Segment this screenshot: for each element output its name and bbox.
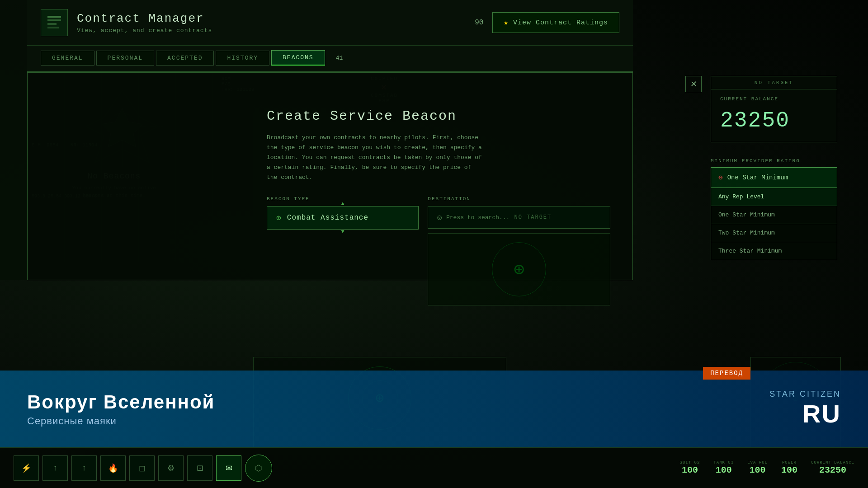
panel-icon — [41, 9, 68, 36]
sc-label: STAR CITIZEN — [769, 389, 841, 399]
destination-icon: ◎ — [437, 213, 442, 222]
suit-stat: SUIT 02 100 — [680, 460, 700, 475]
rating-dropdown-list: Any Rep Level One Star Minimum Two Star … — [711, 188, 837, 260]
map-circle: ⊕ — [492, 242, 546, 296]
suit-value: 100 — [680, 465, 700, 475]
svg-rect-5 — [47, 23, 57, 25]
power-value: 100 — [781, 465, 797, 475]
selected-rating-label: One Star Minimum — [727, 174, 788, 181]
svg-rect-3 — [47, 16, 61, 18]
hud-btn-1[interactable]: ⚡ — [14, 455, 39, 481]
rating-panel-label: MINIMUM PROVIDER RATING — [711, 158, 837, 164]
tab-general[interactable]: GENERAL — [41, 51, 94, 66]
rating-minus-icon: ⊖ — [718, 173, 723, 182]
beacon-modal-title: Create Service Beacon — [267, 108, 610, 124]
beacon-modal: Create Service Beacon Broadcast your own… — [253, 95, 624, 285]
balance-hud-label: CURRENT BALANCE — [811, 460, 854, 465]
star-citizen-logo: STAR CITIZEN RU — [769, 389, 841, 428]
no-target-label: NO TARGET — [711, 76, 837, 89]
rating-option-one-star[interactable]: One Star Minimum — [711, 206, 837, 224]
hud-btn-9[interactable]: ⬡ — [245, 455, 272, 482]
destination-label: DESTINATION — [428, 196, 610, 202]
rating-selected[interactable]: ⊖ One Star Minimum — [711, 167, 837, 188]
ru-text-block: Вокруг Вселенной Сервисные маяки — [27, 391, 769, 427]
map-crosshair-icon: ⊕ — [514, 258, 524, 281]
bottom-hud: ⚡ ↑ ↑ 🔥 ◻ ⚙ ⊡ ✉ ⬡ SUIT 02 100 TANK 03 10… — [0, 447, 868, 488]
eva-label: EVA FUL — [747, 460, 768, 465]
tank-label: TANK 03 — [713, 460, 734, 465]
tab-beacons[interactable]: BEACONS — [271, 50, 325, 66]
balance-label: CURRENT BALANCE — [711, 89, 837, 104]
ru-sub-text: Сервисные маяки — [27, 415, 769, 427]
panel-titles: Contract Manager View, accept, and creat… — [77, 12, 212, 34]
power-stat: POWER 100 — [781, 460, 797, 475]
ru-banner: ПЕРЕВОД Вокруг Вселенной Сервисные маяки… — [0, 371, 868, 447]
hud-btn-5[interactable]: ◻ — [129, 455, 155, 481]
tank-stat: TANK 03 100 — [713, 460, 734, 475]
currency-display: 90 — [475, 19, 483, 27]
suit-label: SUIT 02 — [680, 460, 700, 465]
balance-hud-value: 23250 — [811, 465, 854, 475]
destination-map: ⊕ — [428, 233, 610, 305]
contract-manager-panel: Contract Manager View, accept, and creat… — [27, 0, 633, 72]
eva-value: 100 — [747, 465, 768, 475]
hud-btn-8[interactable]: ✉ — [216, 455, 241, 481]
hud-stats-right: SUIT 02 100 TANK 03 100 EVA FUL 100 POWE… — [680, 460, 854, 475]
translate-badge: ПЕРЕВОД — [703, 367, 750, 380]
beacon-type-section: BEACON TYPE ▲ Combat Assistance ▼ — [267, 196, 419, 305]
tab-accepted[interactable]: ACCEPTED — [156, 51, 214, 66]
hud-btn-3[interactable]: ↑ — [71, 455, 97, 481]
hud-btn-6[interactable]: ⚙ — [158, 455, 184, 481]
hud-btn-2[interactable]: ↑ — [42, 455, 68, 481]
view-ratings-button[interactable]: ★ View Contract Ratings — [492, 12, 619, 33]
tabs-bar: GENERAL PERSONAL ACCEPTED HISTORY BEACON… — [27, 50, 633, 66]
ru-main-text: Вокруг Вселенной — [27, 391, 769, 413]
rating-option-three-star[interactable]: Three Star Minimum — [711, 242, 837, 260]
hud-btn-4[interactable]: 🔥 — [100, 455, 126, 481]
beacon-description: Broadcast your own contracts to nearby p… — [267, 133, 484, 183]
panel-subtitle: View, accept, and create contracts — [77, 27, 212, 34]
balance-amount: 23250 — [711, 104, 837, 142]
beacon-type-arrow-down: ▼ — [341, 229, 344, 235]
destination-no-target: NO TARGET — [514, 214, 552, 221]
destination-section: DESTINATION ◎ Press to search... NO TARG… — [428, 196, 610, 305]
power-label: POWER — [781, 460, 797, 465]
svg-rect-6 — [47, 27, 59, 28]
view-ratings-label: View Contract Ratings — [513, 19, 608, 27]
tank-value: 100 — [713, 465, 734, 475]
hud-btn-7[interactable]: ⊡ — [187, 455, 212, 481]
destination-placeholder: Press to search... — [446, 214, 509, 221]
beacon-sections: BEACON TYPE ▲ Combat Assistance ▼ DESTIN… — [267, 196, 610, 305]
destination-field[interactable]: ◎ Press to search... NO TARGET — [428, 206, 610, 229]
tab-personal[interactable]: PERSONAL — [96, 51, 154, 66]
rating-panel: MINIMUM PROVIDER RATING ⊖ One Star Minim… — [711, 158, 837, 260]
balance-stat: CURRENT BALANCE 23250 — [811, 460, 854, 475]
header-right: 90 ★ View Contract Ratings — [475, 12, 619, 33]
star-icon: ★ — [504, 18, 509, 27]
panel-header: Contract Manager View, accept, and creat… — [27, 0, 633, 46]
beacon-type-button[interactable]: Combat Assistance — [267, 206, 419, 230]
ru-logo-text: RU — [769, 399, 841, 428]
svg-rect-4 — [47, 19, 61, 21]
balance-panel: NO TARGET CURRENT BALANCE 23250 — [711, 76, 837, 142]
beacon-type-value: Combat Assistance — [287, 214, 368, 222]
panel-title: Contract Manager — [77, 12, 212, 25]
rating-option-two-star[interactable]: Two Star Minimum — [711, 224, 837, 242]
tab-number: 41 — [336, 55, 343, 61]
rating-option-any[interactable]: Any Rep Level — [711, 188, 837, 206]
tab-history[interactable]: HISTORY — [216, 51, 269, 66]
eva-stat: EVA FUL 100 — [747, 460, 768, 475]
contract-icon — [45, 14, 63, 32]
close-beacon-modal-button[interactable]: ✕ — [685, 76, 702, 92]
